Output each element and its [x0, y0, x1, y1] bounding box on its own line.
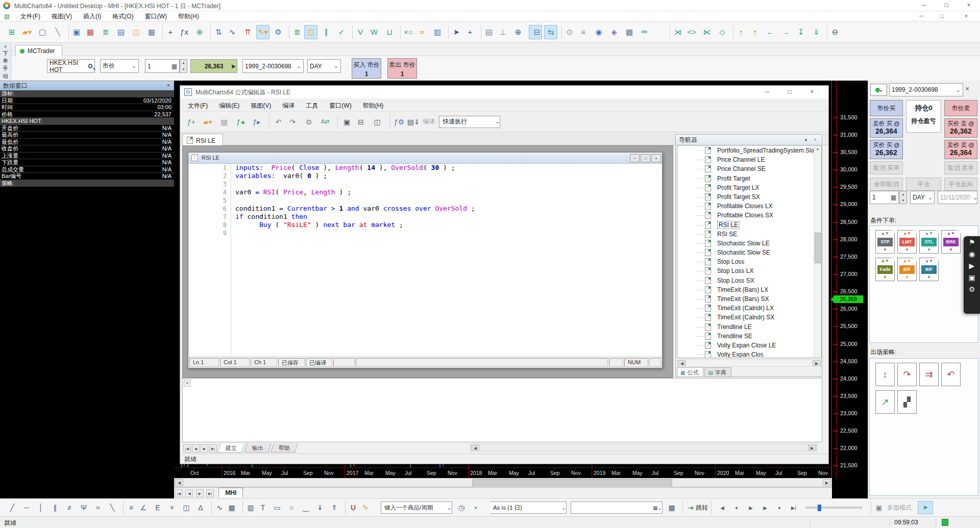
- zigzag-w-icon[interactable]: W: [368, 25, 381, 39]
- symbol-search-combo[interactable]: 键入一个商品/周期: [381, 501, 452, 514]
- arrow-up-green-icon[interactable]: ↑: [733, 25, 746, 39]
- zigzag-v-icon[interactable]: V: [352, 25, 365, 39]
- order-stp-icon[interactable]: ▲▼ STP ▼: [875, 230, 895, 254]
- doc-close-button[interactable]: ×: [651, 154, 661, 162]
- curve-study-icon[interactable]: ∿: [226, 25, 239, 39]
- arrow-left-icon[interactable]: ←: [764, 25, 777, 39]
- scroll-right-icon[interactable]: ▶: [813, 360, 821, 366]
- child-close-button[interactable]: ×: [959, 11, 974, 21]
- insert-study-icon[interactable]: ⇅: [210, 25, 224, 39]
- zoom-in-icon[interactable]: ⊕: [511, 25, 525, 39]
- import-formula-icon[interactable]: ƒ◂: [233, 114, 248, 130]
- arrow-right-icon[interactable]: →: [779, 25, 792, 39]
- parallel-lines-icon[interactable]: ∥: [49, 501, 61, 514]
- scroll-up-icon[interactable]: ▲: [814, 146, 821, 150]
- order-bf-buy-icon[interactable]: ▲▼ B/F Buy ▼: [897, 258, 917, 281]
- formula-tree-item[interactable]: TimeExit (Calndr) LX: [677, 304, 821, 313]
- formula-tree-item[interactable]: Price Channel LE: [677, 155, 821, 164]
- close-icon[interactable]: ×: [965, 85, 969, 93]
- jump-label[interactable]: 跳转: [696, 504, 708, 512]
- formula-tree-item[interactable]: RSI LE: [677, 220, 821, 230]
- document-titlebar[interactable]: RSI LE ─ □ ×: [188, 153, 662, 164]
- volume-bars-icon[interactable]: ≡: [577, 25, 590, 39]
- buy-at-bid-button[interactable]: 买价 买 @26,362: [870, 140, 903, 159]
- pitchfork-icon[interactable]: Ψ: [78, 501, 90, 514]
- exit-trailing-icon[interactable]: ↷: [897, 363, 917, 386]
- menu-item[interactable]: 视图(V): [46, 11, 78, 22]
- formula-tree-item[interactable]: RSI SE: [677, 230, 821, 239]
- order-stl-icon[interactable]: ▲▼ STL ▼: [919, 230, 939, 254]
- exit-breakeven-icon[interactable]: ↕: [875, 363, 895, 386]
- jump-flag-icon[interactable]: ⇥: [682, 501, 695, 514]
- save-icon[interactable]: ▤: [217, 114, 231, 130]
- order-bf-sell-icon[interactable]: ▲▼ B/F Sell ▼: [919, 258, 939, 281]
- menu-item[interactable]: 插入(I): [78, 11, 107, 22]
- order-fade-icon[interactable]: ▲▼ Fade ▼: [875, 258, 895, 281]
- last-tab-icon[interactable]: ▶|: [209, 444, 217, 452]
- trendline-icon[interactable]: ╱: [6, 501, 18, 514]
- formula-tree-item[interactable]: Portfolio_SpreadTradingSystem.Sla: [677, 146, 821, 155]
- buy-market-button[interactable]: 市价买: [870, 100, 903, 116]
- candlestick-icon[interactable]: ◫: [304, 25, 317, 39]
- scale-swap-icon[interactable]: ⇆: [544, 25, 557, 39]
- editor-maximize-button[interactable]: □: [778, 87, 801, 97]
- new-formula-icon[interactable]: ƒ+: [184, 114, 199, 130]
- tab-formulas[interactable]: ▦公式: [677, 367, 703, 377]
- navigator-horizontal-scrollbar[interactable]: ◀ ▶: [677, 359, 822, 367]
- calendar-icon[interactable]: ▦⌄: [653, 505, 662, 511]
- export-down-icon[interactable]: ⇓: [810, 25, 823, 39]
- workspace-window-icon[interactable]: ▣: [68, 25, 82, 39]
- calendar-settings-icon[interactable]: ▦: [666, 501, 678, 514]
- grid-chart-icon[interactable]: ▥: [431, 25, 444, 39]
- playback-speed-slider[interactable]: [806, 507, 862, 509]
- horizontal-line-icon[interactable]: ─: [20, 501, 33, 514]
- output-tab[interactable]: 输出: [244, 443, 272, 452]
- image-icon[interactable]: ▣: [968, 273, 975, 282]
- order-brk-icon[interactable]: ▲▼ BRK ▼: [941, 230, 961, 254]
- first-tab-icon[interactable]: |◀: [183, 444, 191, 452]
- formula-tree-item[interactable]: Stochastic Slow LE: [677, 239, 821, 248]
- sell-market-button[interactable]: 市价卖: [944, 100, 977, 116]
- point-figure-icon[interactable]: ×○: [400, 25, 413, 39]
- playback-end-icon[interactable]: ▶|: [788, 501, 800, 514]
- editor-menu-item[interactable]: 帮助(H): [357, 100, 389, 111]
- undo-icon[interactable]: ↶: [269, 114, 283, 130]
- calculator-icon[interactable]: ▥: [242, 501, 255, 514]
- scrollbar-thumb[interactable]: [815, 233, 821, 263]
- tile-report-icon[interactable]: ◫: [130, 25, 143, 39]
- close-icon[interactable]: ×: [165, 82, 172, 89]
- position-bars-icon[interactable]: ≣: [289, 25, 302, 39]
- formula-tree-item[interactable]: TimeExit (Bars) LX: [677, 285, 821, 294]
- quick-run-select[interactable]: 快速执行: [439, 116, 500, 128]
- tif-select[interactable]: DAY: [910, 191, 935, 204]
- rectangle-icon[interactable]: ▭: [271, 501, 283, 514]
- sell-market-button[interactable]: 卖出 市价 1: [387, 58, 417, 79]
- sloped-channel-icon[interactable]: ≠: [63, 501, 76, 514]
- camera-icon[interactable]: ◉: [969, 250, 975, 258]
- formula-tree-item[interactable]: Profit Target SX: [677, 192, 821, 202]
- navigator-vertical-scrollbar[interactable]: ▲: [814, 146, 821, 358]
- first-tab-icon[interactable]: |◀: [175, 489, 183, 497]
- playback-prev-icon[interactable]: ◀: [716, 501, 728, 514]
- last-tab-icon[interactable]: ▶|: [206, 489, 214, 497]
- editor-menu-item[interactable]: 编译: [277, 100, 300, 111]
- cancel-all-button[interactable]: 全部取消: [870, 178, 903, 191]
- calculator-icon[interactable]: ▦: [172, 63, 177, 70]
- cursor-mode-button[interactable]: ➤: [918, 501, 933, 514]
- grid-icon[interactable]: ▦: [226, 501, 238, 514]
- arc-icon[interactable]: ‿: [300, 501, 312, 514]
- editor-menu-item[interactable]: 编辑(E): [213, 100, 245, 111]
- collapse-icon[interactable]: ▲: [802, 137, 810, 143]
- insert-symbol-icon[interactable]: ⊕: [193, 25, 206, 39]
- renko-icon[interactable]: ⊔: [383, 25, 396, 39]
- buy-at-ask-button[interactable]: 卖价 买 @26,364: [870, 118, 903, 138]
- vertical-line-icon[interactable]: │: [35, 501, 47, 514]
- playback-play-icon[interactable]: ▶: [745, 501, 757, 514]
- close-button[interactable]: ×: [958, 0, 980, 11]
- cancel-sell-orders-button[interactable]: 取消 卖单: [944, 161, 977, 174]
- symbol-input[interactable]: HKEX.HSI HOT: [47, 59, 95, 73]
- output-tab[interactable]: 建立: [217, 443, 245, 452]
- doc-minimize-button[interactable]: ─: [630, 154, 640, 162]
- replace-icon[interactable]: A⇄: [318, 114, 332, 130]
- depth-3d-icon[interactable]: ◈: [607, 25, 621, 39]
